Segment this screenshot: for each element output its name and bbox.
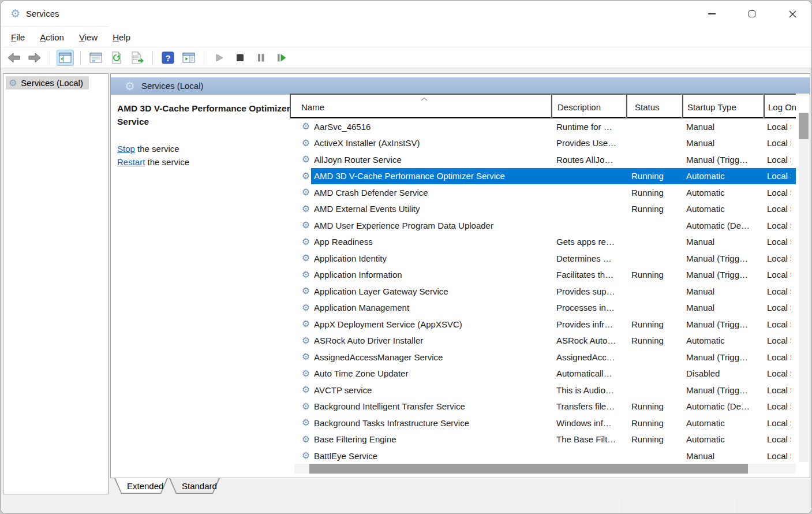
tab-extended-label: Extended [114, 479, 168, 494]
minimize-button[interactable] [698, 1, 725, 27]
export-list-button[interactable] [129, 50, 146, 66]
service-description: The Base Filt… [551, 434, 626, 444]
column-header-description[interactable]: Description [551, 94, 626, 118]
maximize-button[interactable] [739, 1, 765, 27]
banner-title: Services (Local) [141, 81, 204, 91]
forward-button[interactable] [26, 50, 43, 66]
tab-standard[interactable]: Standard [169, 478, 220, 494]
stop-action-text: the service [135, 144, 179, 154]
service-name: ActiveX Installer (AxInstSV) [314, 138, 420, 148]
show-console-tree-button[interactable] [57, 50, 74, 66]
service-row[interactable]: ⚙AarSvc_46516Runtime for …ManualLocal Sy… [294, 118, 796, 135]
service-name: Application Identity [314, 254, 387, 263]
pause-icon [256, 53, 266, 63]
service-row[interactable]: ⚙ActiveX Installer (AxInstSV)Provides Us… [294, 135, 796, 152]
tree-item-services-local[interactable]: ⚙ Services (Local) [6, 76, 89, 90]
properties-button[interactable] [87, 50, 104, 66]
column-header-name[interactable]: Name [290, 94, 551, 118]
service-startup-type: Automatic [682, 204, 764, 214]
service-name: AMD 3D V-Cache Performance Optimizer Ser… [314, 171, 505, 181]
service-status: Running [626, 319, 682, 329]
service-row[interactable]: ⚙Application Layer Gateway ServiceProvid… [294, 283, 796, 300]
service-row[interactable]: ⚙AssignedAccessManager ServiceAssignedAc… [294, 349, 796, 366]
pause-service-button[interactable] [252, 50, 270, 66]
horizontal-scrollbar[interactable] [294, 464, 796, 474]
service-name: Application Layer Gateway Service [314, 286, 448, 296]
show-action-pane-button[interactable] [180, 50, 197, 66]
vertical-scrollbar[interactable] [799, 112, 809, 462]
services-list: Name Description Status Startup Type Log… [290, 94, 809, 476]
services-gear-icon: ⚙ [125, 80, 135, 92]
service-gear-icon: ⚙ [301, 303, 311, 312]
service-row[interactable]: ⚙AMD 3D V-Cache Performance Optimizer Se… [294, 168, 796, 185]
help-button[interactable]: ? [159, 50, 177, 66]
service-row[interactable]: ⚙AMD Crash Defender ServiceRunningAutoma… [294, 184, 796, 201]
forward-arrow-icon [28, 51, 42, 64]
back-button[interactable] [5, 50, 23, 66]
service-name: AssignedAccessManager Service [314, 352, 443, 362]
service-row[interactable]: ⚙AVCTP serviceThis is Audio…Manual (Trig… [294, 382, 796, 398]
service-startup-type: Automatic (De… [682, 221, 764, 230]
tree-item-label: Services (Local) [21, 78, 83, 88]
service-startup-type: Manual (Trigg… [682, 319, 764, 329]
restart-service-button[interactable] [273, 50, 290, 66]
service-row[interactable]: ⚙App ReadinessGets apps re…ManualLocal S… [294, 234, 796, 251]
column-header-startup-type[interactable]: Startup Type [682, 94, 764, 118]
stop-link[interactable]: Stop [117, 144, 135, 154]
close-button[interactable] [779, 1, 806, 27]
service-row[interactable]: ⚙Application InformationFacilitates th…R… [294, 267, 796, 284]
service-gear-icon: ⚙ [301, 122, 311, 131]
service-name: AMD Crash Defender Service [314, 188, 428, 198]
service-row[interactable]: ⚙ASRock Auto Driver InstallerASRock Auto… [294, 333, 796, 349]
stop-icon [235, 53, 245, 63]
column-header-status[interactable]: Status [626, 94, 682, 118]
service-startup-type: Disabled [682, 368, 764, 378]
service-rows: ⚙AarSvc_46516Runtime for …ManualLocal Sy… [294, 118, 796, 464]
service-row[interactable]: ⚙AppX Deployment Service (AppXSVC)Provid… [294, 316, 796, 333]
menu-help[interactable]: Help [107, 30, 136, 44]
service-startup-type: Automatic [682, 188, 764, 198]
start-service-button[interactable] [211, 50, 228, 66]
service-name: AllJoyn Router Service [314, 155, 402, 165]
restart-link[interactable]: Restart [117, 157, 145, 167]
service-description: Determines … [551, 254, 626, 263]
service-row[interactable]: ⚙Auto Time Zone UpdaterAutomaticall…Disa… [294, 366, 796, 382]
service-log-on-as: Local System [764, 270, 791, 280]
service-row[interactable]: ⚙Base Filtering EngineThe Base Filt…Runn… [294, 431, 796, 448]
stop-service-button[interactable] [231, 50, 249, 66]
service-startup-type: Manual (Trigg… [682, 385, 764, 395]
tab-standard-label: Standard [169, 479, 220, 494]
refresh-button[interactable] [108, 50, 125, 66]
service-startup-type: Manual [682, 286, 764, 296]
service-startup-type: Manual [682, 138, 764, 148]
service-row[interactable]: ⚙Application ManagementProcesses in…Manu… [294, 300, 796, 316]
service-description: Processes in… [551, 303, 626, 312]
tab-extended[interactable]: Extended [114, 478, 168, 494]
horizontal-scrollbar-thumb[interactable] [309, 464, 748, 474]
service-description: Windows inf… [551, 418, 626, 428]
statusbar-divider [619, 497, 620, 512]
service-name: BattlEye Service [314, 451, 377, 461]
service-row[interactable]: ⚙Background Intelligent Transfer Service… [294, 398, 796, 415]
service-description: ASRock Auto… [551, 336, 626, 345]
service-log-on-as: Local System [764, 204, 791, 214]
service-description: AssignedAcc… [551, 352, 626, 362]
menu-view[interactable]: View [74, 30, 103, 44]
service-row[interactable]: ⚙Application IdentityDetermines …Manual … [294, 250, 796, 267]
service-name: AppX Deployment Service (AppXSVC) [314, 319, 462, 329]
service-description: Provides sup… [551, 286, 626, 296]
menu-action[interactable]: Action [35, 30, 69, 44]
service-row[interactable]: ⚙AllJoyn Router ServiceRoutes AllJo…Manu… [294, 151, 796, 168]
service-startup-type: Manual [682, 122, 764, 132]
toolbar-separator [204, 51, 204, 65]
service-gear-icon: ⚙ [301, 402, 311, 411]
vertical-scrollbar-thumb[interactable] [799, 113, 809, 139]
service-row[interactable]: ⚙AMD User Experience Program Data Upload… [294, 217, 796, 234]
service-row[interactable]: ⚙AMD External Events UtilityRunningAutom… [294, 201, 796, 218]
column-header-log-on-as[interactable]: Log On As [764, 94, 796, 118]
service-row[interactable]: ⚙BattlEye ServiceManualLocal System [294, 448, 796, 464]
service-row[interactable]: ⚙Background Tasks Infrastructure Service… [294, 415, 796, 431]
service-log-on-as: Local System [764, 188, 791, 198]
menu-file[interactable]: File [6, 30, 30, 44]
service-log-on-as: Local System [764, 138, 791, 148]
